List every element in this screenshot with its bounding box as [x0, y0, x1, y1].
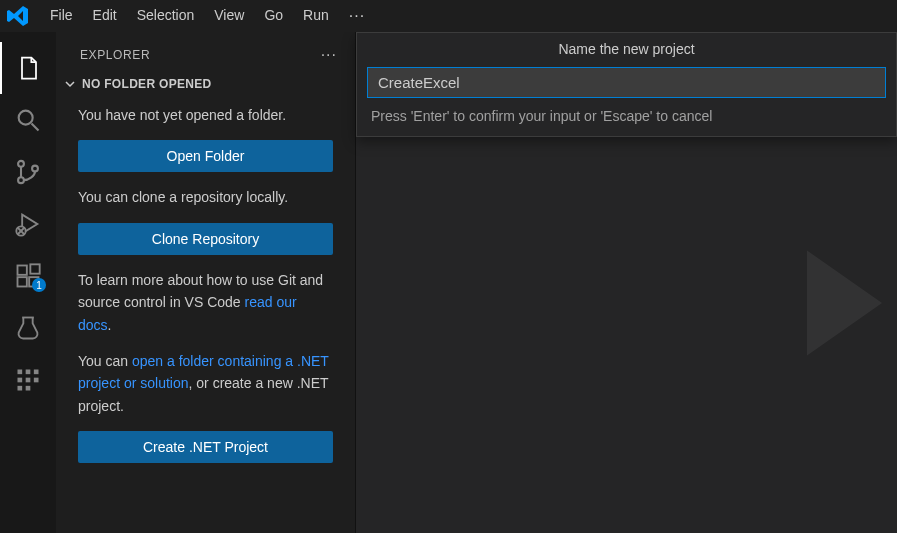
svg-rect-12: [30, 264, 39, 273]
svg-rect-15: [26, 370, 31, 375]
menu-run[interactable]: Run: [293, 3, 339, 29]
svg-rect-10: [18, 277, 27, 286]
main-area: 1 EXPLORER ··· NO FOLDER OPENED You have…: [0, 32, 897, 533]
vscode-logo-icon: [6, 4, 30, 28]
svg-point-4: [32, 166, 38, 172]
editor-area: Name the new project Press 'Enter' to co…: [356, 32, 897, 533]
svg-rect-20: [18, 386, 23, 391]
clone-repository-button[interactable]: Clone Repository: [78, 223, 333, 255]
svg-rect-14: [18, 370, 23, 375]
menu-file[interactable]: File: [40, 3, 83, 29]
sidebar-more-icon[interactable]: ···: [321, 46, 337, 64]
svg-point-0: [19, 111, 33, 125]
sidebar-header: EXPLORER ···: [56, 32, 355, 72]
section-label: NO FOLDER OPENED: [82, 77, 211, 91]
extensions-badge: 1: [32, 278, 46, 292]
open-pre: You can: [78, 353, 132, 369]
activity-source-control-icon[interactable]: [0, 146, 56, 198]
svg-rect-17: [18, 378, 23, 383]
open-folder-button[interactable]: Open Folder: [78, 140, 333, 172]
no-folder-text: You have not yet opened a folder.: [78, 104, 333, 126]
watermark-icon: [747, 213, 897, 393]
project-name-input[interactable]: [367, 67, 886, 98]
quick-input-title: Name the new project: [357, 33, 896, 67]
menu-go[interactable]: Go: [254, 3, 293, 29]
svg-rect-19: [34, 378, 39, 383]
menu-selection[interactable]: Selection: [127, 3, 205, 29]
sidebar-title: EXPLORER: [80, 48, 150, 62]
svg-rect-9: [18, 266, 27, 275]
svg-rect-21: [26, 386, 31, 391]
menu-more-icon[interactable]: ···: [339, 3, 375, 29]
activity-testing-icon[interactable]: [0, 302, 56, 354]
chevron-down-icon: [62, 76, 78, 92]
period1: .: [108, 317, 112, 333]
menu-edit[interactable]: Edit: [83, 3, 127, 29]
sidebar-content: You have not yet opened a folder. Open F…: [56, 96, 355, 485]
activity-explorer-icon[interactable]: [0, 42, 56, 94]
sidebar: EXPLORER ··· NO FOLDER OPENED You have n…: [56, 32, 356, 533]
svg-point-3: [18, 177, 24, 183]
menu-view[interactable]: View: [204, 3, 254, 29]
svg-rect-18: [26, 378, 31, 383]
activity-search-icon[interactable]: [0, 94, 56, 146]
clone-text: You can clone a repository locally.: [78, 186, 333, 208]
menubar: File Edit Selection View Go Run ···: [0, 0, 897, 32]
section-header[interactable]: NO FOLDER OPENED: [56, 72, 355, 96]
activity-debug-icon[interactable]: [0, 198, 56, 250]
svg-point-2: [18, 161, 24, 167]
quick-input-wrap: [357, 67, 896, 98]
activity-bar: 1: [0, 32, 56, 533]
open-project-text: You can open a folder containing a .NET …: [78, 350, 333, 417]
svg-line-1: [32, 124, 39, 131]
quick-input-panel: Name the new project Press 'Enter' to co…: [356, 32, 897, 137]
menu-items: File Edit Selection View Go Run ···: [40, 3, 375, 29]
create-net-project-button[interactable]: Create .NET Project: [78, 431, 333, 463]
quick-input-hint: Press 'Enter' to confirm your input or '…: [357, 98, 896, 136]
svg-rect-16: [34, 370, 39, 375]
learn-text: To learn more about how to use Git and s…: [78, 269, 333, 336]
activity-grid-icon[interactable]: [0, 354, 56, 406]
activity-extensions-icon[interactable]: 1: [0, 250, 56, 302]
